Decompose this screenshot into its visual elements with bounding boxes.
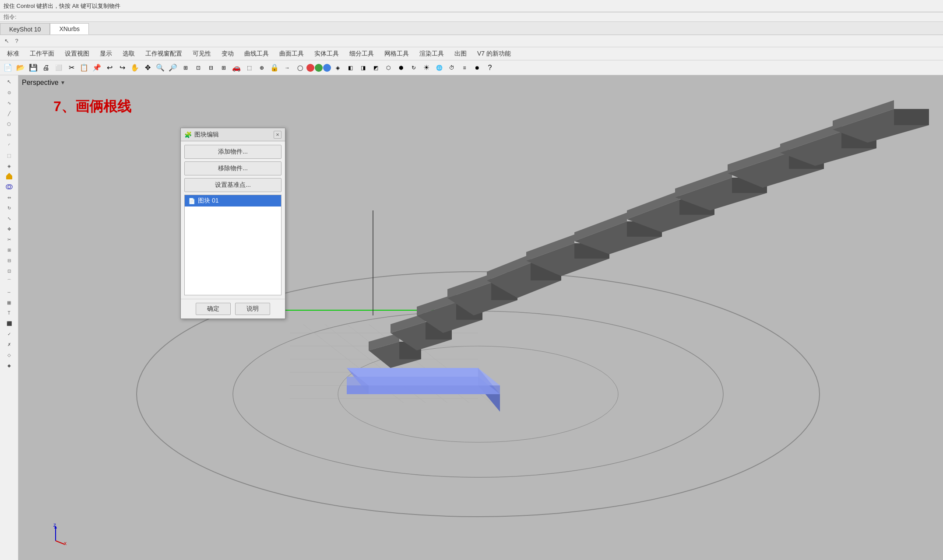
icon-cursor[interactable]: ↖ <box>2 36 11 46</box>
tab-keyshot[interactable]: KeyShot 10 <box>0 23 50 35</box>
toolbar-3d-shape[interactable]: ◈ <box>331 62 344 74</box>
toolbar-color1[interactable] <box>306 64 314 72</box>
toolbar-copy[interactable]: 📋 <box>78 62 90 74</box>
menu-print[interactable]: 出图 <box>449 48 472 60</box>
toolbar-arrow[interactable]: → <box>281 62 293 74</box>
block-list-container[interactable]: 📄 图块 01 <box>184 195 281 295</box>
side-extra2[interactable]: ◆ <box>2 360 16 370</box>
toolbar-sun[interactable]: ☀ <box>420 62 433 74</box>
side-extrude[interactable] <box>2 172 16 181</box>
toolbar-record[interactable]: ⏺ <box>471 62 483 74</box>
add-object-button[interactable]: 添加物件... <box>184 145 281 159</box>
side-select[interactable]: ↖ <box>2 77 16 87</box>
menu-setview[interactable]: 设置视图 <box>60 48 95 60</box>
side-text[interactable]: T <box>2 308 16 318</box>
perspective-dropdown-arrow[interactable]: ▼ <box>60 80 66 86</box>
menu-display[interactable]: 显示 <box>95 48 117 60</box>
set-basepoint-button[interactable]: 设置基准点... <box>184 178 281 192</box>
side-solid[interactable]: ◈ <box>2 161 16 171</box>
toolbar-undo[interactable]: ↩ <box>103 62 116 74</box>
side-point[interactable]: ⊙ <box>2 88 16 97</box>
side-cancel[interactable]: ✗ <box>2 340 16 349</box>
menu-mesh-tools[interactable]: 网格工具 <box>379 48 414 60</box>
side-extra1[interactable]: ◇ <box>2 350 16 360</box>
toolbar-zoom-all[interactable]: ⊟ <box>205 62 217 74</box>
toolbar-render-globe[interactable]: 🌐 <box>433 62 445 74</box>
toolbar-snap[interactable]: ⊕ <box>256 62 268 74</box>
toolbar-zoom-window[interactable]: ⊞ <box>179 62 192 74</box>
menu-select[interactable]: 选取 <box>117 48 140 60</box>
toolbar-mesh3[interactable]: ◩ <box>369 62 382 74</box>
menu-workplane[interactable]: 工作平面 <box>25 48 60 60</box>
dialog-close-button[interactable]: × <box>274 131 281 139</box>
side-fillet[interactable]: ⌒ <box>2 276 16 286</box>
menu-solid-tools[interactable]: 实体工具 <box>309 48 344 60</box>
side-rect[interactable]: ▭ <box>2 130 16 139</box>
svg-line-8 <box>303 324 404 403</box>
toolbar-zoom-out[interactable]: 🔎 <box>167 62 179 74</box>
side-arc[interactable]: ◜ <box>2 140 16 150</box>
side-split[interactable]: ⊟ <box>2 256 16 265</box>
menu-standard[interactable]: 标准 <box>2 48 25 60</box>
toolbar-scissors[interactable]: ✂ <box>65 62 77 74</box>
toolbar-redo[interactable]: ↪ <box>116 62 128 74</box>
toolbar-mesh1[interactable]: ◧ <box>344 62 356 74</box>
toolbar-bars[interactable]: ≡ <box>458 62 471 74</box>
toolbar-move[interactable]: ✥ <box>141 62 154 74</box>
toolbar-open[interactable]: 📂 <box>14 62 27 74</box>
side-join[interactable]: ⊞ <box>2 245 16 255</box>
toolbar-pan[interactable]: ✋ <box>129 62 141 74</box>
remove-object-button[interactable]: 移除物件... <box>184 161 281 175</box>
toolbar-help2[interactable]: ? <box>484 62 496 74</box>
toolbar-cut-obj[interactable]: ⬜ <box>53 62 65 74</box>
toolbar-color2[interactable] <box>315 64 323 72</box>
side-boolean[interactable] <box>2 182 16 192</box>
tab-xnurbs[interactable]: XNurbs <box>50 23 89 35</box>
toolbar-mesh4[interactable]: ⬡ <box>382 62 394 74</box>
toolbar-paste[interactable]: 📌 <box>91 62 103 74</box>
viewport-3d[interactable]: Perspective ▼ 7、画俩根线 z x <box>18 75 943 560</box>
toolbar-ortho[interactable]: ⬚ <box>243 62 255 74</box>
menu-transform[interactable]: 变动 <box>216 48 239 60</box>
ok-button[interactable]: 确定 <box>196 303 231 315</box>
side-surface[interactable]: ⬚ <box>2 150 16 160</box>
toolbar-print[interactable]: 🖨 <box>40 62 52 74</box>
toolbar-zoom-select[interactable]: ⊡ <box>192 62 204 74</box>
toolbar-car[interactable]: 🚗 <box>230 62 243 74</box>
toolbar-clock[interactable]: ⏱ <box>446 62 458 74</box>
side-mirror[interactable]: ⇔ <box>2 192 16 202</box>
menu-curve-tools[interactable]: 曲线工具 <box>239 48 274 60</box>
block-list-item[interactable]: 📄 图块 01 <box>185 195 281 206</box>
toolbar-mesh2[interactable]: ◨ <box>357 62 369 74</box>
side-curve[interactable]: ∿ <box>2 98 16 108</box>
side-line[interactable]: ╱ <box>2 108 16 118</box>
svg-text:z: z <box>53 523 56 528</box>
toolbar-save[interactable]: 💾 <box>27 62 39 74</box>
side-poly[interactable]: ⬡ <box>2 119 16 129</box>
side-move[interactable]: ✥ <box>2 224 16 234</box>
menu-render-tools[interactable]: 渲染工具 <box>414 48 449 60</box>
side-scale[interactable]: ⤡ <box>2 214 16 223</box>
side-rotate[interactable]: ↻ <box>2 203 16 213</box>
toolbar-mesh5[interactable]: ⬢ <box>395 62 407 74</box>
toolbar-new[interactable]: 📄 <box>2 62 14 74</box>
side-block[interactable]: ⬛ <box>2 318 16 328</box>
side-dim[interactable]: ↔ <box>2 287 16 297</box>
menu-surface-tools[interactable]: 曲面工具 <box>274 48 309 60</box>
menu-viewport-config[interactable]: 工作视窗配置 <box>140 48 187 60</box>
toolbar-shape1[interactable]: ◯ <box>294 62 306 74</box>
menu-visibility[interactable]: 可见性 <box>187 48 216 60</box>
help-button[interactable]: 说明 <box>235 303 270 315</box>
menu-subdiv-tools[interactable]: 细分工具 <box>344 48 379 60</box>
toolbar-color3[interactable] <box>323 64 331 72</box>
toolbar-refresh[interactable]: ↻ <box>408 62 420 74</box>
icon-help[interactable]: ? <box>12 36 21 46</box>
side-hatch[interactable]: ▦ <box>2 298 16 307</box>
menu-v7-features[interactable]: V7 的新功能 <box>472 48 516 60</box>
side-trim[interactable]: ✂ <box>2 234 16 244</box>
side-offset[interactable]: ⊡ <box>2 266 16 276</box>
side-ok[interactable]: ✓ <box>2 329 16 339</box>
toolbar-lock[interactable]: 🔒 <box>268 62 281 74</box>
toolbar-zoom-in[interactable]: 🔍 <box>154 62 166 74</box>
toolbar-grid[interactable]: ⊞ <box>218 62 230 74</box>
